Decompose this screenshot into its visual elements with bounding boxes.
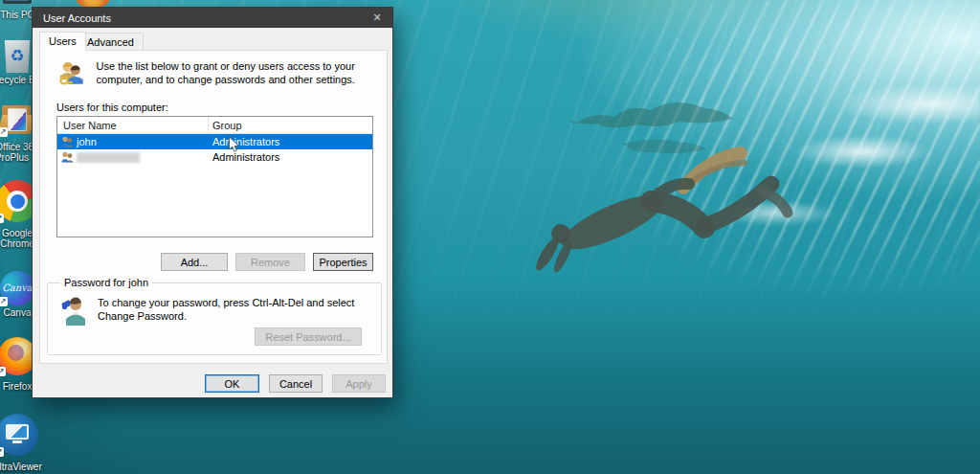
users-tab-page: Use the list below to grant or deny user… (39, 50, 388, 364)
apply-button[interactable]: Apply (332, 374, 386, 393)
redacted-username (77, 152, 140, 163)
row-username: john (77, 136, 97, 147)
intro-text: Use the list below to grant or deny user… (97, 59, 372, 88)
password-groupbox-legend: Password for john (60, 277, 152, 288)
this-pc-icon (3, 0, 32, 4)
users-list-caption: Users for this computer: (56, 102, 168, 113)
column-header-group[interactable]: Group (209, 117, 372, 133)
add-button[interactable]: Add... (161, 253, 228, 271)
users-key-icon (56, 59, 87, 88)
list-header[interactable]: User Name Group (57, 117, 372, 134)
intro-row: Use the list below to grant or deny user… (56, 59, 372, 88)
ok-button[interactable]: OK (205, 374, 259, 393)
swimmer-photo (479, 69, 833, 299)
mouse-cursor (228, 136, 240, 153)
remove-button[interactable]: Remove (235, 253, 305, 271)
close-icon[interactable]: ✕ (362, 8, 392, 28)
user-accounts-dialog: User Accounts ✕ Users Advanced Use the l… (32, 7, 393, 398)
password-user-icon (61, 296, 88, 327)
desktop: This PC ♻ Recycle Bin ↗ Office 365 ProPl… (0, 0, 980, 474)
tab-users[interactable]: Users (39, 32, 86, 51)
tab-advanced[interactable]: Advanced (78, 33, 144, 51)
shortcut-arrow-icon: ↗ (0, 447, 4, 457)
desktop-icon-label: UltraViewer (0, 462, 44, 472)
user-icon (60, 151, 74, 163)
column-header-username[interactable]: User Name (57, 117, 209, 133)
desktop-icon-ultraviewer[interactable]: ↗ UltraViewer (0, 414, 44, 472)
dialog-titlebar[interactable]: User Accounts ✕ (33, 8, 392, 28)
shortcut-arrow-icon: ↗ (0, 297, 8, 306)
cancel-button[interactable]: Cancel (269, 374, 323, 393)
ultraviewer-icon (0, 414, 38, 456)
shortcut-arrow-icon: ↗ (0, 367, 6, 376)
password-groupbox: Password for john To change your passwor… (47, 282, 382, 355)
shortcut-arrow-icon: ↗ (0, 214, 4, 223)
user-icon (60, 136, 74, 147)
list-row-user2[interactable]: Administrators (57, 149, 372, 165)
dialog-title: User Accounts (33, 12, 111, 24)
reset-password-button[interactable]: Reset Password... (255, 327, 362, 346)
properties-button[interactable]: Properties (313, 253, 373, 271)
recycle-bin-icon: ♻ (3, 40, 32, 73)
shortcut-arrow-icon: ↗ (0, 127, 8, 137)
list-row-john[interactable]: john Administrators (57, 134, 372, 149)
password-help-text: To change your password, press Ctrl-Alt-… (98, 296, 377, 327)
users-listbox[interactable]: User Name Group john Administrators (56, 116, 373, 237)
